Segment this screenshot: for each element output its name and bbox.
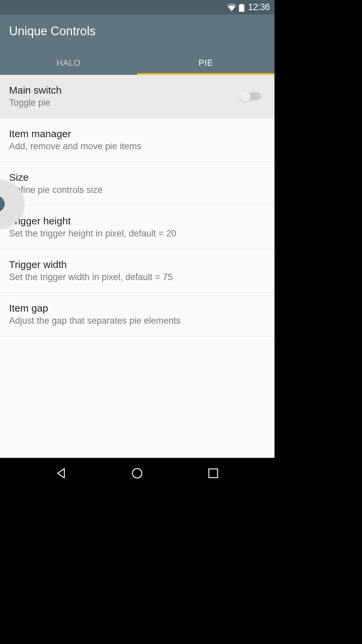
setting-subtitle: Adjust the gap that separates pie elemen…	[9, 316, 265, 326]
battery-icon	[239, 3, 245, 12]
setting-title: Item manager	[9, 128, 265, 140]
setting-subtitle: Set the trigger width in pixel, default …	[9, 272, 265, 282]
setting-trigger-height[interactable]: Trigger height Set the trigger height in…	[0, 206, 275, 249]
nav-recent-button[interactable]	[203, 463, 223, 483]
tab-label: PIE	[199, 58, 213, 68]
setting-title: Item gap	[9, 303, 265, 314]
page-title: Unique Controls	[9, 24, 265, 38]
setting-size[interactable]: Size Define pie controls size	[0, 162, 275, 206]
nav-home-button[interactable]	[127, 463, 147, 483]
tab-halo[interactable]: HALO	[0, 51, 137, 75]
settings-list: Main switch Toggle pie Item manager Add,…	[0, 75, 275, 458]
svg-rect-3	[209, 469, 218, 478]
wifi-icon	[227, 3, 237, 11]
setting-title: Trigger height	[9, 215, 265, 227]
tab-pie[interactable]: PIE	[137, 51, 275, 75]
setting-subtitle: Define pie controls size	[9, 185, 265, 195]
svg-point-2	[132, 469, 142, 478]
tab-label: HALO	[57, 58, 81, 68]
setting-subtitle: Toggle pie	[9, 98, 241, 108]
nav-back-button[interactable]	[51, 463, 71, 483]
setting-item-gap[interactable]: Item gap Adjust the gap that separates p…	[0, 293, 275, 336]
tabs: HALO PIE	[0, 51, 275, 75]
app-bar: Unique Controls HALO PIE	[0, 14, 275, 75]
status-time: 12:36	[248, 2, 270, 12]
setting-title: Main switch	[9, 85, 241, 96]
setting-subtitle: Set the trigger height in pixel, default…	[9, 228, 265, 239]
setting-item-manager[interactable]: Item manager Add, remove and move pie it…	[0, 118, 275, 162]
setting-trigger-width[interactable]: Trigger width Set the trigger width in p…	[0, 249, 275, 293]
halo-bubble-icon	[0, 196, 5, 212]
setting-subtitle: Add, remove and move pie items	[9, 141, 265, 152]
status-bar: 12:36	[0, 0, 275, 14]
navigation-bar	[0, 458, 275, 488]
setting-main-switch[interactable]: Main switch Toggle pie	[0, 75, 275, 118]
setting-title: Trigger width	[9, 259, 265, 270]
setting-title: Size	[9, 172, 265, 183]
main-switch-toggle[interactable]	[241, 92, 261, 100]
